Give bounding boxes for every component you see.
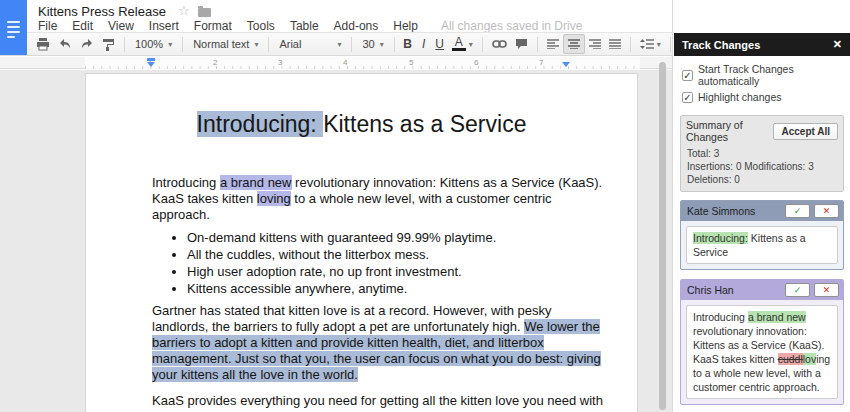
insert-link-icon[interactable] (488, 34, 511, 54)
track-changes-panel: Track Changes ✕ ✓ Start Track Changes au… (674, 33, 850, 412)
ruler-page-area[interactable] (85, 57, 640, 69)
start-track-changes-checkbox[interactable]: ✓ (682, 70, 693, 81)
accept-change-button[interactable]: ✓ (785, 283, 810, 297)
chevron-down-icon: ▾ (380, 40, 384, 49)
align-right-button[interactable] (585, 34, 605, 54)
folder-icon[interactable] (198, 8, 211, 17)
align-justify-button[interactable] (605, 34, 625, 54)
highlight-changes-row[interactable]: ✓ Highlight changes (682, 91, 842, 103)
document-page[interactable]: Introducing: Kittens as a Service Introd… (85, 73, 638, 412)
panel-divider (672, 0, 673, 412)
scrollbar-thumb[interactable] (659, 62, 666, 410)
doc-paragraph-1[interactable]: Introducing a brand new revolutionary in… (152, 175, 610, 223)
summary-counts: Insertions: 0 Modifications: 3 Deletions… (687, 160, 837, 186)
accept-change-button[interactable]: ✓ (785, 204, 810, 218)
menu-format[interactable]: Format (194, 19, 232, 33)
menu-insert[interactable]: Insert (149, 19, 179, 33)
menu-file[interactable]: File (38, 19, 57, 33)
menu-addons[interactable]: Add-ons (334, 19, 379, 33)
chevron-down-icon: ▾ (337, 40, 341, 49)
menu-tools[interactable]: Tools (247, 19, 275, 33)
print-icon[interactable] (32, 34, 54, 54)
change-text[interactable]: Introducing: Kittens as a Service (686, 226, 838, 264)
italic-button[interactable]: I (416, 34, 432, 54)
docs-logo[interactable] (0, 0, 27, 55)
first-line-indent-marker[interactable] (147, 58, 155, 61)
reject-change-button[interactable]: ✕ (814, 283, 839, 297)
font-select[interactable]: Arial ▾ (274, 34, 346, 54)
menubar: File Edit View Insert Format Tools Table… (38, 19, 582, 33)
menu-edit[interactable]: Edit (72, 19, 93, 33)
bold-button[interactable]: B (400, 34, 416, 54)
chevron-down-icon: ▾ (168, 40, 172, 49)
paint-format-icon[interactable] (98, 34, 119, 54)
document-title[interactable]: Kittens Press Release (38, 4, 166, 19)
change-card-2: Chris Han ✓ ✕ Introducing a brand new re… (680, 279, 844, 405)
checkbox-label: Highlight changes (698, 91, 781, 103)
underline-button[interactable]: U (432, 34, 448, 54)
doc-bullet-item[interactable]: Kittens accessible anywhere, anytime. (187, 280, 610, 297)
paragraph-style-select[interactable]: Normal text ▾ (188, 34, 263, 54)
start-track-changes-row[interactable]: ✓ Start Track Changes automatically (682, 63, 842, 87)
star-icon[interactable]: ☆ (178, 3, 190, 18)
change-author: Chris Han (687, 284, 781, 296)
text-color-button[interactable]: A ▾ (448, 34, 477, 54)
redo-icon[interactable] (76, 34, 98, 54)
chevron-down-icon: ▾ (657, 40, 661, 49)
align-center-button[interactable] (563, 34, 585, 54)
doc-bullet-list[interactable]: On-demand kittens with guaranteed 99.99%… (152, 229, 610, 297)
toolbar: 100% ▾ Normal text ▾ Arial ▾ 30 ▾ B I U … (0, 32, 672, 56)
change-text[interactable]: Introducing a brand new revolutionary in… (686, 305, 838, 399)
line-spacing-button[interactable]: ▾ (636, 34, 665, 54)
menu-table[interactable]: Table (290, 19, 319, 33)
change-card-1: Kate Simmons ✓ ✕ Introducing: Kittens as… (680, 200, 844, 270)
align-left-button[interactable] (543, 34, 563, 54)
reject-change-button[interactable]: ✕ (814, 204, 839, 218)
app-window: Kittens Press Release ☆ File Edit View I… (0, 0, 850, 412)
close-icon[interactable]: ✕ (833, 38, 842, 51)
panel-header: Track Changes ✕ (674, 33, 850, 56)
doc-paragraph-3[interactable]: KaaS provides everything you need for ge… (152, 393, 610, 412)
summary-of-changes: Summary of Changes Accept All Total: 3 I… (680, 115, 844, 192)
doc-heading[interactable]: Introducing: Kittens as a Service (152, 111, 571, 138)
undo-icon[interactable] (54, 34, 76, 54)
ruler[interactable]: 1 2 3 4 5 6 7 (0, 57, 672, 69)
left-margin-marker[interactable] (147, 62, 155, 67)
document-canvas: Introducing: Kittens as a Service Introd… (0, 70, 672, 412)
doc-bullet-item[interactable]: All the cuddles, without the litterbox m… (187, 246, 610, 263)
save-status: All changes saved in Drive (441, 19, 582, 33)
highlight-changes-checkbox[interactable]: ✓ (682, 92, 693, 103)
menu-view[interactable]: View (108, 19, 134, 33)
doc-bullet-item[interactable]: High user adoption rate, no up front inv… (187, 263, 610, 280)
panel-title: Track Changes (682, 39, 833, 51)
vertical-scrollbar[interactable] (659, 62, 666, 410)
right-margin-marker[interactable] (562, 62, 570, 67)
summary-total: Total: 3 (687, 147, 837, 160)
font-size-select[interactable]: 30 ▾ (357, 34, 388, 54)
chevron-down-icon: ▾ (469, 40, 473, 49)
doc-bullet-item[interactable]: On-demand kittens with guaranteed 99.99%… (187, 229, 610, 246)
chevron-down-icon: ▾ (254, 40, 258, 49)
zoom-select[interactable]: 100% ▾ (130, 34, 177, 54)
checkbox-label: Start Track Changes automatically (698, 63, 842, 87)
insert-comment-icon[interactable] (511, 34, 532, 54)
summary-title: Summary of Changes (686, 119, 773, 143)
accept-all-button[interactable]: Accept All (773, 123, 838, 140)
doc-paragraph-2[interactable]: Gartner has stated that kitten love is a… (152, 303, 610, 383)
menu-help[interactable]: Help (393, 19, 418, 33)
change-author: Kate Simmons (687, 205, 781, 217)
